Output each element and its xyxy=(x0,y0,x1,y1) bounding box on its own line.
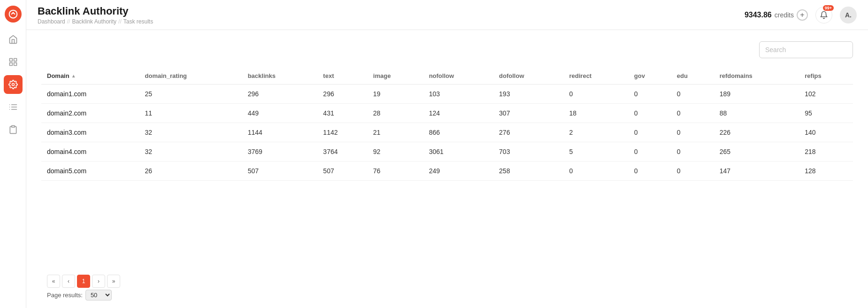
sidebar-item-grid[interactable] xyxy=(4,53,23,71)
col-text: text xyxy=(317,68,367,85)
cell-refdomains: 265 xyxy=(714,142,799,162)
col-redirect: redirect xyxy=(564,68,629,85)
cell-edu: 0 xyxy=(671,162,714,181)
page-1-button[interactable]: 1 xyxy=(77,275,90,288)
page-results: Page results: 50 25 100 xyxy=(41,290,853,300)
col-dofollow: dofollow xyxy=(493,68,563,85)
cell-edu: 0 xyxy=(671,123,714,142)
sidebar-item-list[interactable] xyxy=(4,98,23,116)
cell-redirect: 0 xyxy=(564,162,629,181)
page-title: Backlink Authority xyxy=(38,5,153,17)
cell-refips: 218 xyxy=(799,142,853,162)
avatar[interactable]: A. xyxy=(840,7,857,23)
cell-gov: 0 xyxy=(629,123,671,142)
col-image: image xyxy=(368,68,423,85)
cell-edu: 0 xyxy=(671,85,714,104)
breadcrumb-task-results: Task results xyxy=(123,18,153,25)
breadcrumb-sep-1: // xyxy=(67,18,70,25)
svg-rect-12 xyxy=(11,126,15,127)
svg-point-0 xyxy=(9,10,17,18)
notifications-badge: 99+ xyxy=(823,5,834,11)
last-page-button[interactable]: » xyxy=(107,275,120,288)
cell-dofollow: 258 xyxy=(493,162,563,181)
cell-text: 507 xyxy=(317,162,367,181)
cell-edu: 0 xyxy=(671,104,714,123)
col-nofollow: nofollow xyxy=(423,68,493,85)
cell-redirect: 18 xyxy=(564,104,629,123)
notifications-button[interactable]: 99+ xyxy=(815,7,832,23)
next-page-button[interactable]: › xyxy=(92,275,105,288)
cell-nofollow: 103 xyxy=(423,85,493,104)
cell-refdomains: 147 xyxy=(714,162,799,181)
topbar-left: Backlink Authority Dashboard // Backlink… xyxy=(38,5,153,25)
prev-page-button[interactable]: ‹ xyxy=(62,275,75,288)
table-header: Domain ▲ domain_rating backlinks text im… xyxy=(41,68,853,85)
table-row: domain4.com3237693764923061703500265218 xyxy=(41,142,853,162)
cell-refdomains: 189 xyxy=(714,85,799,104)
search-bar-row xyxy=(41,41,853,58)
cell-nofollow: 249 xyxy=(423,162,493,181)
col-domain-label: Domain xyxy=(47,72,69,79)
cell-redirect: 5 xyxy=(564,142,629,162)
svg-rect-3 xyxy=(9,63,12,66)
cell-refips: 140 xyxy=(799,123,853,142)
col-backlinks: backlinks xyxy=(242,68,318,85)
search-input[interactable] xyxy=(759,41,853,58)
col-refips: refips xyxy=(799,68,853,85)
col-edu: edu xyxy=(671,68,714,85)
content-area: Domain ▲ domain_rating backlinks text im… xyxy=(26,30,868,263)
cell-nofollow: 3061 xyxy=(423,142,493,162)
cell-nofollow: 124 xyxy=(423,104,493,123)
breadcrumb-backlink-authority[interactable]: Backlink Authority xyxy=(72,18,116,25)
col-domain[interactable]: Domain ▲ xyxy=(41,68,139,85)
table-header-row: Domain ▲ domain_rating backlinks text im… xyxy=(41,68,853,85)
svg-point-5 xyxy=(12,84,14,86)
cell-nofollow: 866 xyxy=(423,123,493,142)
credits-label: credits xyxy=(775,11,794,19)
cell-backlinks: 507 xyxy=(242,162,318,181)
page-size-select[interactable]: 50 25 100 xyxy=(85,290,112,300)
svg-rect-2 xyxy=(14,59,16,62)
cell-domain: domain1.com xyxy=(41,85,139,104)
credits-area: 9343.86 credits + xyxy=(745,9,808,21)
credits-add-button[interactable]: + xyxy=(797,9,808,21)
logo[interactable] xyxy=(5,6,22,23)
cell-refips: 128 xyxy=(799,162,853,181)
col-refdomains: refdomains xyxy=(714,68,799,85)
cell-domain_rating: 32 xyxy=(139,123,242,142)
cell-text: 3764 xyxy=(317,142,367,162)
table-row: domain2.com114494312812430718008895 xyxy=(41,104,853,123)
cell-dofollow: 703 xyxy=(493,142,563,162)
cell-backlinks: 1144 xyxy=(242,123,318,142)
topbar: Backlink Authority Dashboard // Backlink… xyxy=(26,0,868,30)
cell-domain: domain3.com xyxy=(41,123,139,142)
sidebar xyxy=(0,0,26,308)
cell-text: 296 xyxy=(317,85,367,104)
cell-image: 21 xyxy=(368,123,423,142)
cell-domain_rating: 11 xyxy=(139,104,242,123)
pagination-row: « ‹ 1 › » xyxy=(41,267,853,288)
cell-domain_rating: 26 xyxy=(139,162,242,181)
cell-backlinks: 449 xyxy=(242,104,318,123)
cell-refdomains: 88 xyxy=(714,104,799,123)
sidebar-item-clipboard[interactable] xyxy=(4,120,23,139)
sidebar-item-home[interactable] xyxy=(4,30,23,49)
col-domain-rating: domain_rating xyxy=(139,68,242,85)
cell-domain_rating: 25 xyxy=(139,85,242,104)
cell-dofollow: 276 xyxy=(493,123,563,142)
first-page-button[interactable]: « xyxy=(47,275,60,288)
cell-text: 431 xyxy=(317,104,367,123)
cell-refdomains: 226 xyxy=(714,123,799,142)
cell-dofollow: 193 xyxy=(493,85,563,104)
cell-domain_rating: 32 xyxy=(139,142,242,162)
table-row: domain3.com321144114221866276200226140 xyxy=(41,123,853,142)
cell-gov: 0 xyxy=(629,85,671,104)
bell-icon xyxy=(820,11,828,19)
cell-dofollow: 307 xyxy=(493,104,563,123)
cell-domain: domain2.com xyxy=(41,104,139,123)
bottom-area: « ‹ 1 › » Page results: 50 25 100 xyxy=(26,263,868,308)
svg-rect-4 xyxy=(14,63,16,66)
cell-refips: 102 xyxy=(799,85,853,104)
breadcrumb-dashboard[interactable]: Dashboard xyxy=(38,18,65,25)
sidebar-item-tools[interactable] xyxy=(4,75,23,94)
